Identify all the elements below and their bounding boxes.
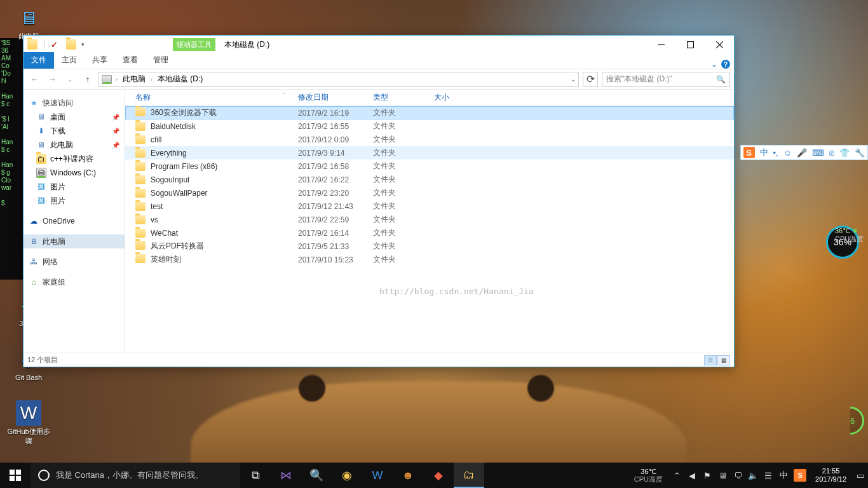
sidebar-item-quick-0[interactable]: 🖥桌面📌 bbox=[24, 110, 125, 124]
file-row[interactable]: SogouInput2017/9/2 16:22文件夹 bbox=[125, 173, 734, 186]
properties-icon[interactable] bbox=[51, 40, 60, 49]
sidebar-this-pc[interactable]: 🖥此电脑 bbox=[24, 234, 125, 248]
explorer-icon: 🗂 bbox=[463, 468, 475, 482]
file-row[interactable]: 360安全浏览器下载2017/9/2 16:19文件夹 bbox=[125, 106, 734, 119]
ime-voice-button[interactable]: 🎤 bbox=[797, 148, 807, 158]
recent-locations-button[interactable]: ⌄ bbox=[63, 72, 77, 86]
sogou-logo-icon[interactable]: S bbox=[743, 147, 755, 158]
column-type[interactable]: 类型 bbox=[369, 92, 430, 103]
tray-app-icon[interactable]: ◀ bbox=[687, 470, 697, 480]
sidebar-homegroup[interactable]: ⌂家庭组 bbox=[24, 275, 125, 289]
back-button[interactable]: ← bbox=[27, 72, 41, 86]
help-icon[interactable]: ? bbox=[721, 60, 730, 69]
ime-punct-button[interactable]: •, bbox=[773, 148, 778, 158]
address-bar[interactable]: › 此电脑 › 本地磁盘 (D:) ⌄ bbox=[98, 72, 579, 87]
tab-file[interactable]: 文件 bbox=[24, 52, 54, 69]
file-row[interactable]: test2017/9/12 21:43文件夹 bbox=[125, 200, 734, 213]
taskbar-app-chrome[interactable]: ◉ bbox=[332, 463, 362, 488]
tray-cpu-temp[interactable]: 36℃CPU温度 bbox=[630, 468, 667, 483]
sidebar-onedrive[interactable]: ☁OneDrive bbox=[24, 214, 125, 228]
sidebar-item-quick-4[interactable]: ⛁Windows (C:) bbox=[24, 166, 125, 180]
taskbar-app-visual-studio[interactable]: ⋈ bbox=[271, 463, 301, 488]
chevron-right-icon[interactable]: › bbox=[151, 76, 153, 83]
tray-flag-icon[interactable]: ⚑ bbox=[702, 470, 712, 480]
ribbon-expand-icon[interactable]: ⌄ bbox=[711, 60, 717, 69]
view-large-icons-button[interactable]: ▦ bbox=[717, 355, 730, 365]
column-date[interactable]: 修改日期 bbox=[294, 92, 369, 103]
tray-volume-icon[interactable]: 🔈 bbox=[748, 470, 758, 480]
ime-toolbar[interactable]: S 中 •, ☺ 🎤 ⌨ ⎚ 👕 🔧 bbox=[740, 145, 868, 160]
tray-menu-icon[interactable]: ☰ bbox=[763, 470, 773, 480]
breadcrumb-drive-d[interactable]: 本地磁盘 (D:) bbox=[156, 74, 204, 85]
forward-button[interactable]: → bbox=[45, 72, 59, 86]
view-details-button[interactable]: ☰ bbox=[704, 355, 717, 365]
file-row[interactable]: vs2017/9/2 22:59文件夹 bbox=[125, 213, 734, 226]
tray-clock[interactable]: 21:552017/9/12 bbox=[811, 467, 850, 484]
tray-overflow-icon[interactable]: ⌃ bbox=[672, 470, 682, 480]
file-row[interactable]: Everything2017/9/3 9:14文件夹 bbox=[125, 146, 734, 159]
start-button[interactable] bbox=[0, 463, 31, 488]
navigation-pane[interactable]: ★快速访问 🖥桌面📌⬇下载📌🖥此电脑📌🗀c++补课内容⛁Windows (C:)… bbox=[24, 90, 125, 353]
tab-manage[interactable]: 管理 bbox=[146, 52, 176, 69]
taskbar-app-git[interactable]: ◆ bbox=[423, 463, 454, 488]
refresh-button[interactable]: ⟳ bbox=[583, 72, 598, 87]
cortana-search[interactable]: 我是 Cortana，小娜。有问题尽管问我。 bbox=[31, 463, 240, 488]
up-button[interactable]: ↑ bbox=[81, 72, 95, 86]
titlebar[interactable]: ▾ 驱动器工具 本地磁盘 (D:) bbox=[24, 36, 734, 53]
close-button[interactable] bbox=[705, 36, 734, 53]
chevron-right-icon[interactable]: › bbox=[116, 76, 118, 83]
sidebar-item-quick-3[interactable]: 🗀c++补课内容 bbox=[24, 152, 125, 166]
task-view-icon: ⧉ bbox=[252, 469, 260, 482]
item-count: 12 个项目 bbox=[27, 355, 58, 365]
desktop-icon-word-doc[interactable]: WGitHub使用步骤 bbox=[5, 400, 52, 446]
ime-keyboard-button[interactable]: ⌨ bbox=[812, 148, 824, 158]
ime-settings-button[interactable]: 🔧 bbox=[855, 148, 865, 158]
ime-emoji-button[interactable]: ☺ bbox=[783, 148, 792, 158]
sidebar-item-quick-5[interactable]: 🖼图片 bbox=[24, 180, 125, 194]
column-size[interactable]: 大小 bbox=[430, 92, 468, 103]
file-row[interactable]: 英雄时刻2017/9/10 15:23文件夹 bbox=[125, 253, 734, 266]
tray-chat-icon[interactable]: 🗨 bbox=[733, 470, 743, 480]
new-folder-icon[interactable] bbox=[66, 39, 76, 50]
qat-menu-icon[interactable]: ▾ bbox=[81, 42, 86, 47]
tab-home[interactable]: 主页 bbox=[54, 52, 85, 69]
taskbar-app-explorer[interactable]: 🗂 bbox=[454, 463, 484, 488]
mon-icon: 🖥 bbox=[36, 140, 46, 150]
tray-sogou-icon[interactable]: S bbox=[794, 469, 806, 482]
tab-share[interactable]: 共享 bbox=[85, 52, 115, 69]
ime-softkb-button[interactable]: ⎚ bbox=[829, 148, 834, 158]
sidebar-item-quick-6[interactable]: 🖼照片 bbox=[24, 194, 125, 208]
taskbar-app-everything[interactable]: 🔍 bbox=[301, 463, 332, 488]
navigation-bar: ← → ⌄ ↑ › 此电脑 › 本地磁盘 (D:) ⌄ ⟳ 搜索"本地磁盘 (D… bbox=[24, 69, 734, 90]
breadcrumb-this-pc[interactable]: 此电脑 bbox=[121, 74, 147, 85]
taskbar-app-task-view[interactable]: ⧉ bbox=[240, 463, 271, 488]
search-icon[interactable]: 🔍 bbox=[716, 75, 726, 84]
maximize-button[interactable] bbox=[675, 36, 705, 53]
minimize-button[interactable] bbox=[646, 36, 675, 53]
action-center-icon[interactable]: ▭ bbox=[855, 470, 865, 480]
file-row[interactable]: BaiduNetdisk2017/9/2 16:55文件夹 bbox=[125, 119, 734, 133]
ime-skin-button[interactable]: 👕 bbox=[839, 148, 850, 158]
search-box[interactable]: 搜索"本地磁盘 (D:)" 🔍 bbox=[602, 72, 730, 87]
sidebar-quick-access[interactable]: ★快速访问 bbox=[24, 96, 125, 110]
tab-view[interactable]: 查看 bbox=[115, 52, 146, 69]
file-row[interactable]: SogouWallPaper2017/9/2 23:20文件夹 bbox=[125, 186, 734, 200]
taskbar-app-word[interactable]: W bbox=[362, 463, 393, 488]
file-row[interactable]: WeChat2017/9/2 16:14文件夹 bbox=[125, 226, 734, 240]
file-row[interactable]: 风云PDF转换器2017/9/5 21:33文件夹 bbox=[125, 240, 734, 253]
column-name[interactable]: 名称˄ bbox=[132, 92, 294, 103]
taskbar-app-app-orange[interactable]: ☻ bbox=[393, 463, 423, 488]
sidebar-item-quick-1[interactable]: ⬇下载📌 bbox=[24, 124, 125, 138]
folder-icon bbox=[135, 215, 146, 224]
column-headers[interactable]: 名称˄ 修改日期 类型 大小 bbox=[125, 90, 734, 106]
tray-monitor-icon[interactable]: 🖥 bbox=[717, 470, 728, 480]
sidebar-item-quick-2[interactable]: 🖥此电脑📌 bbox=[24, 138, 125, 152]
file-row[interactable]: Program Files (x86)2017/9/2 16:58文件夹 bbox=[125, 159, 734, 173]
drive-tools-contextual-tab[interactable]: 驱动器工具 bbox=[173, 38, 215, 51]
tray-ime-indicator[interactable]: 中 bbox=[778, 470, 789, 480]
ime-lang-button[interactable]: 中 bbox=[760, 147, 768, 158]
file-row[interactable]: cfill2017/9/12 0:09文件夹 bbox=[125, 133, 734, 146]
sidebar-network[interactable]: 🖧网络 bbox=[24, 255, 125, 269]
network-icon: 🖧 bbox=[29, 257, 39, 267]
address-dropdown-icon[interactable]: ⌄ bbox=[571, 76, 576, 83]
